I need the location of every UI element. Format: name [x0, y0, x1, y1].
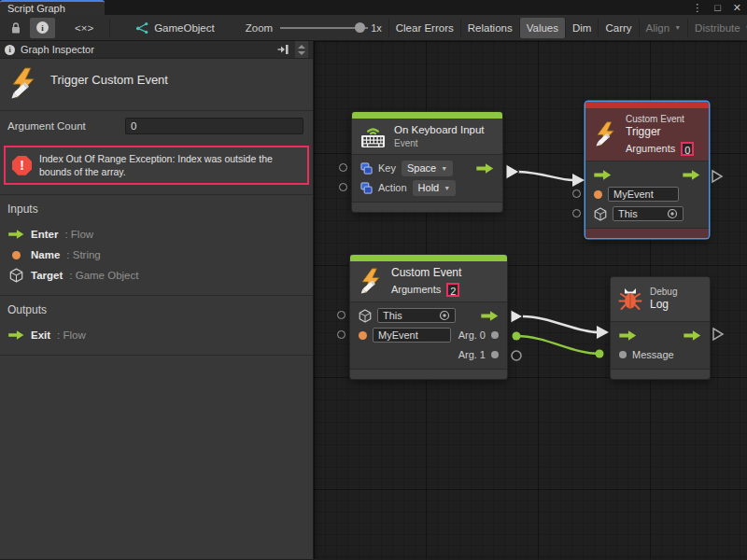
flow-input-port[interactable] [619, 330, 637, 341]
pin-name: Enter [31, 229, 58, 240]
string-port-icon [12, 251, 21, 259]
event-color-bar [352, 112, 502, 119]
target-field[interactable]: This [377, 308, 456, 323]
node-custom-event[interactable]: Custom Event Arguments 2 This [350, 255, 507, 379]
string-port-icon[interactable] [594, 190, 602, 199]
spinner-up-icon [298, 45, 305, 49]
message-label: Message [632, 349, 674, 360]
custom-event-bolt-icon [358, 268, 384, 294]
flow-output-port[interactable] [683, 170, 700, 180]
carry-button[interactable]: Carry [599, 18, 638, 38]
port-circle[interactable] [337, 311, 345, 319]
arguments-value-highlighted[interactable]: 0 [681, 142, 694, 156]
zoom-slider[interactable] [280, 21, 368, 35]
object-picker-icon[interactable] [439, 310, 450, 321]
arg1-output-port[interactable] [491, 351, 499, 358]
key-row: Key Space ▼ [352, 159, 502, 178]
node-header: Custom Event Trigger Arguments 0 [585, 108, 709, 161]
menu-icon[interactable]: ⋮ [692, 0, 702, 15]
inspector-toggle-button[interactable]: i [30, 18, 55, 38]
node-category: Debug [650, 286, 677, 298]
event-name-row: MyEvent Arg. 0 [350, 326, 507, 345]
relations-button[interactable]: Relations [461, 18, 519, 38]
outputs-section: Outputs Exit : Flow [0, 295, 313, 355]
node-on-keyboard-input[interactable]: On Keyboard Input Event Key Space ▼ [352, 112, 502, 212]
pin-name: Name [31, 249, 60, 260]
message-input-port[interactable] [619, 351, 627, 358]
maximize-icon[interactable]: □ [714, 0, 721, 15]
node-title: Trigger [626, 125, 694, 140]
code-preview-button[interactable]: <×> [68, 18, 100, 38]
enum-icon [360, 162, 373, 175]
distribute-label: Distribute [695, 22, 740, 34]
node-footer [611, 369, 710, 379]
argument-count-input[interactable] [125, 118, 303, 134]
arguments-value-highlighted[interactable]: 2 [446, 283, 459, 297]
port-circle[interactable] [339, 183, 347, 191]
action-dropdown[interactable]: Hold ▼ [413, 180, 457, 196]
lock-button[interactable] [4, 18, 28, 38]
key-dropdown[interactable]: Space ▼ [402, 161, 453, 176]
gameobject-button[interactable]: GameObject [129, 18, 221, 38]
panel-spinner[interactable] [295, 41, 308, 58]
node-title: Custom Event [391, 266, 461, 281]
list-item: Name : String [7, 245, 305, 265]
close-icon[interactable]: ✕ [733, 0, 741, 15]
string-port-icon[interactable] [359, 331, 367, 340]
align-label: Align [646, 22, 670, 34]
tab-label: Script Graph [7, 3, 65, 14]
flow-arrow-icon [8, 330, 24, 340]
arg1-label: Arg. 1 [458, 349, 486, 360]
flow-output-port[interactable] [476, 163, 494, 174]
unity-script-graph-window: Script Graph ⋮ □ ✕ i <×> GameObject Zoom… [0, 0, 747, 560]
port-circle[interactable] [572, 209, 581, 217]
event-name-row: MyEvent [585, 185, 709, 204]
flow-out-triangle [511, 310, 523, 323]
node-title: Log [650, 298, 677, 313]
node-footer [352, 202, 502, 212]
flow-out-triangle [712, 171, 722, 182]
tab-strip: Script Graph ⋮ □ ✕ [0, 0, 747, 15]
arg0-output-port[interactable] [491, 331, 499, 339]
lock-icon [10, 21, 21, 35]
flow-row [585, 165, 709, 185]
values-button[interactable]: Values [520, 18, 565, 38]
error-color-bar [585, 102, 709, 108]
object-picker-icon[interactable] [667, 208, 678, 219]
node-header: On Keyboard Input Event [352, 119, 502, 155]
zoom-value: 1x [371, 22, 382, 34]
node-footer [585, 228, 709, 238]
flow-input-port[interactable] [594, 170, 612, 180]
dock-panel-icon[interactable] [276, 44, 289, 55]
node-debug-log[interactable]: Debug Log Message [611, 277, 710, 379]
event-name-field[interactable]: MyEvent [608, 187, 679, 202]
tab-script-graph[interactable]: Script Graph [0, 0, 105, 15]
target-row: This [350, 306, 507, 326]
port-circle[interactable] [339, 163, 347, 172]
distribute-dropdown-button[interactable]: Distribute ▼ [688, 18, 747, 38]
flow-output-port[interactable] [481, 311, 499, 321]
code-icon: <×> [75, 22, 93, 34]
list-item: Enter : Flow [7, 224, 305, 245]
align-dropdown-button[interactable]: Align ▼ [640, 18, 688, 38]
zoom-slider-handle[interactable] [355, 22, 365, 33]
event-name-value: MyEvent [378, 329, 418, 341]
pin-type: : Flow [57, 329, 86, 341]
window-controls: ⋮ □ ✕ [692, 0, 741, 15]
port-circle[interactable] [337, 330, 345, 339]
flow-arrow-icon [8, 230, 24, 239]
arguments-label: Arguments [391, 284, 441, 295]
carry-label: Carry [605, 22, 631, 34]
graph-canvas[interactable]: On Keyboard Input Event Key Space ▼ [314, 41, 747, 559]
info-icon: i [5, 45, 15, 55]
target-field[interactable]: This [613, 206, 684, 221]
event-name-field[interactable]: MyEvent [373, 328, 451, 343]
toolbar-divider [109, 19, 110, 37]
dim-button[interactable]: Dim [566, 18, 598, 38]
node-trigger-custom-event[interactable]: Custom Event Trigger Arguments 0 [585, 102, 709, 238]
flow-output-port[interactable] [684, 330, 701, 341]
clear-errors-button[interactable]: Clear Errors [389, 18, 460, 38]
port-circle[interactable] [572, 189, 581, 198]
node-subtitle: Event [394, 137, 485, 149]
gameobject-label: GameObject [154, 22, 215, 34]
